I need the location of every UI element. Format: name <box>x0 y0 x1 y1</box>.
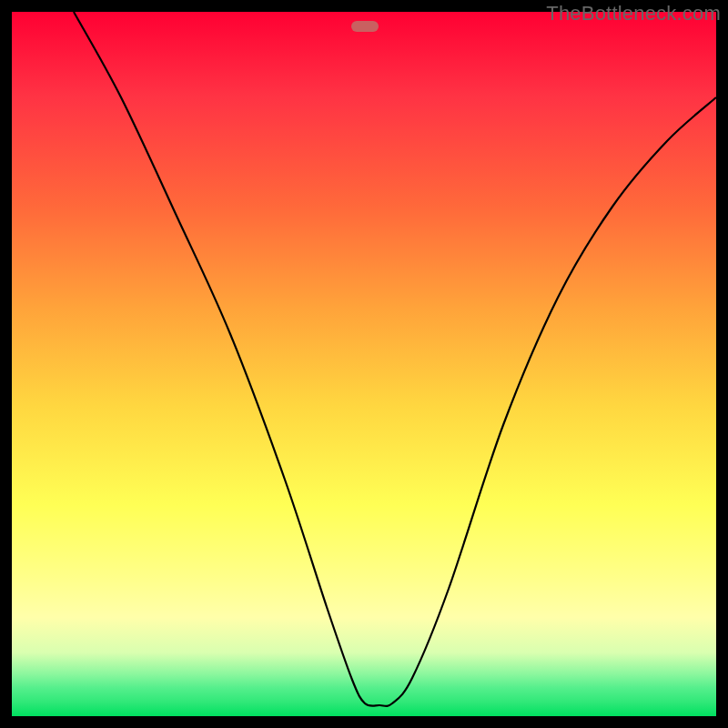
chart-frame: TheBottleneck.com <box>0 0 728 728</box>
bottleneck-marker <box>351 21 379 32</box>
watermark-label: TheBottleneck.com <box>546 2 721 25</box>
bottleneck-curve <box>12 12 716 716</box>
plot-area <box>12 12 716 716</box>
